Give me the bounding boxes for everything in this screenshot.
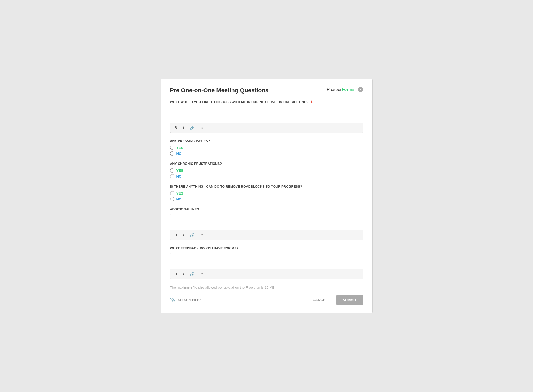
cancel-button[interactable]: CANCEL (308, 295, 332, 305)
chronic-frustrations-yes-option: YES (170, 168, 363, 173)
feedback-toolbar: B I 🔗 ☺ (170, 269, 363, 279)
additional-info-italic-button[interactable]: I (182, 232, 185, 238)
form-footer: 📎 ATTACH FILES CANCEL SUBMIT (170, 295, 363, 305)
question-chronic-frustrations-section: ANY CHRONIC FRUSTRATIONS? YES NO (170, 162, 363, 178)
feedback-label: WHAT FEEDBACK DO YOU HAVE FOR ME? (170, 246, 363, 250)
question-feedback-section: WHAT FEEDBACK DO YOU HAVE FOR ME? B I 🔗 … (170, 246, 363, 279)
form-title: Pre One-on-One Meeting Questions (170, 87, 327, 94)
logo-forms: Forms (342, 87, 355, 92)
form-title-group: Pre One-on-One Meeting Questions (170, 87, 327, 95)
chronic-frustrations-no-option: NO (170, 174, 363, 178)
required-star: ★ (309, 100, 313, 104)
roadblocks-label: IS THERE ANYTHING I CAN DO TO REMOVE ROA… (170, 185, 363, 188)
feedback-link-button[interactable]: 🔗 (189, 271, 196, 277)
discuss-emoji-button[interactable]: ☺ (199, 125, 205, 130)
roadblocks-yes-label[interactable]: YES (176, 191, 183, 195)
attach-files-label: ATTACH FILES (177, 298, 202, 302)
chronic-frustrations-no-radio[interactable] (170, 174, 174, 178)
question-additional-info-section: ADDITIONAL INFO B I 🔗 ☺ (170, 208, 363, 240)
form-container: Pre One-on-One Meeting Questions Prosper… (161, 79, 373, 313)
close-button[interactable]: × (358, 87, 363, 92)
pressing-issues-no-option: NO (170, 151, 363, 156)
pressing-issues-label: ANY PRESSING ISSUES? (170, 139, 363, 143)
pressing-issues-no-label[interactable]: NO (176, 152, 182, 156)
feedback-italic-button[interactable]: I (182, 271, 185, 277)
logo-prosper: Prosper (327, 87, 342, 92)
discuss-link-button[interactable]: 🔗 (189, 125, 196, 130)
feedback-bold-button[interactable]: B (174, 271, 178, 277)
question-discuss-label: WHAT WOULD YOU LIKE TO DISCUSS WITH ME I… (170, 100, 363, 104)
question-roadblocks-section: IS THERE ANYTHING I CAN DO TO REMOVE ROA… (170, 185, 363, 201)
question-discuss-section: WHAT WOULD YOU LIKE TO DISCUSS WITH ME I… (170, 100, 363, 133)
attach-files-button[interactable]: 📎 ATTACH FILES (170, 297, 202, 302)
chronic-frustrations-yes-label[interactable]: YES (176, 169, 183, 173)
modal-overlay: Pre One-on-One Meeting Questions Prosper… (5, 79, 528, 313)
logo-text: ProsperForms (327, 87, 355, 92)
pressing-issues-yes-radio[interactable] (170, 146, 174, 150)
submit-button[interactable]: SUBMIT (336, 295, 363, 305)
discuss-toolbar: B I 🔗 ☺ (170, 123, 363, 133)
roadblocks-yes-radio[interactable] (170, 191, 174, 195)
roadblocks-yes-option: YES (170, 191, 363, 195)
roadblocks-no-label[interactable]: NO (176, 197, 182, 201)
additional-info-emoji-button[interactable]: ☺ (199, 232, 205, 238)
additional-info-link-button[interactable]: 🔗 (189, 232, 196, 238)
chronic-frustrations-yes-radio[interactable] (170, 168, 174, 173)
roadblocks-no-option: NO (170, 197, 363, 201)
form-header: Pre One-on-One Meeting Questions Prosper… (170, 87, 363, 95)
pressing-issues-yes-label[interactable]: YES (176, 146, 183, 150)
footer-right: CANCEL SUBMIT (308, 295, 363, 305)
logo-area: ProsperForms × (327, 87, 363, 92)
roadblocks-no-radio[interactable] (170, 197, 174, 201)
discuss-italic-button[interactable]: I (182, 125, 185, 130)
pressing-issues-no-radio[interactable] (170, 151, 174, 156)
discuss-bold-button[interactable]: B (174, 125, 178, 130)
additional-info-label: ADDITIONAL INFO (170, 208, 363, 211)
feedback-input[interactable] (170, 253, 363, 268)
discuss-input[interactable] (170, 107, 363, 122)
feedback-emoji-button[interactable]: ☺ (199, 271, 205, 277)
chronic-frustrations-no-label[interactable]: NO (176, 174, 182, 178)
chronic-frustrations-label: ANY CHRONIC FRUSTRATIONS? (170, 162, 363, 166)
pressing-issues-yes-option: YES (170, 146, 363, 150)
file-info: The maximum file size allowed per upload… (170, 285, 363, 289)
paperclip-icon: 📎 (170, 297, 176, 302)
additional-info-bold-button[interactable]: B (174, 232, 178, 238)
additional-info-toolbar: B I 🔗 ☺ (170, 230, 363, 240)
additional-info-input[interactable] (170, 214, 363, 229)
question-pressing-issues-section: ANY PRESSING ISSUES? YES NO (170, 139, 363, 156)
